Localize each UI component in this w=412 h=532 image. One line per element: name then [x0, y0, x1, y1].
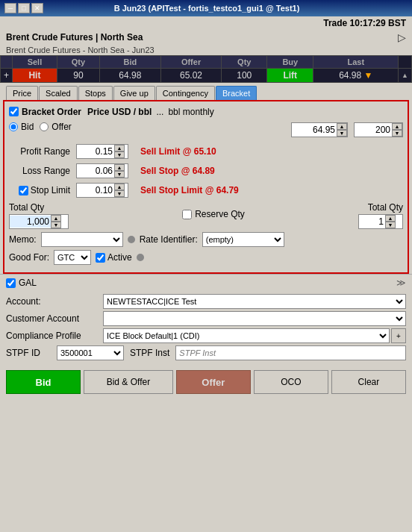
rate-circle	[128, 236, 135, 243]
price-spin-down[interactable]: ▼	[337, 130, 347, 137]
tab-scaled[interactable]: Scaled	[39, 86, 78, 100]
gal-check-label: GAL	[6, 278, 37, 288]
col-sell-header: Sell	[13, 56, 57, 69]
tabs-area: Price Scaled Stops Give up Contingency B…	[0, 83, 412, 100]
stpf-inst-input[interactable]	[175, 345, 406, 360]
memo-row: Memo: Rate Identifier: (empty)	[9, 232, 403, 247]
title-bar: ─ □ ✕ B Jun23 (APITest - fortis_testco1_…	[0, 0, 412, 16]
account-label: Account:	[6, 296, 103, 307]
buy-cell[interactable]: Lift	[267, 69, 313, 83]
compliance-label: Compliance Profile	[6, 331, 103, 341]
bid-offer-radio-group: Bid Offer	[9, 122, 72, 132]
account-row: Account: NEWTESTACC|ICE Test	[6, 294, 406, 309]
stpf-inst-label: STPF Inst	[130, 348, 169, 358]
offer-radio[interactable]	[40, 122, 49, 131]
profit-spin-up[interactable]: ▲	[114, 145, 125, 151]
offer-radio-label: Offer	[40, 122, 71, 132]
stop-limit-checkbox[interactable]	[19, 186, 28, 195]
loss-spin-down[interactable]: ▼	[114, 171, 125, 178]
active-check-label: Active	[96, 252, 132, 263]
total-qty-right-input[interactable]: 1	[359, 216, 385, 228]
instrument-short: Brent Crude Futures | North Sea	[6, 32, 143, 43]
total-qty-spin: 1,000 ▲ ▼	[9, 214, 69, 229]
profit-spin-down[interactable]: ▼	[114, 151, 125, 158]
profit-input[interactable]: 0.15	[77, 145, 114, 157]
price-spin-up[interactable]: ▲	[337, 123, 347, 130]
compliance-select[interactable]: ICE Block Default|1 (CDI)	[103, 328, 390, 343]
market-table: Sell Qty Bid Offer Qty Buy Last + Hit 90…	[0, 55, 412, 83]
col-add-header	[1, 56, 13, 69]
bracket-panel: Bracket Order Price USD / bbl ... bbl mo…	[3, 100, 409, 274]
qty-buy-cell: 100	[222, 69, 267, 83]
loss-spin-btns: ▲ ▼	[114, 164, 125, 178]
sell-cell[interactable]: Hit	[13, 69, 57, 83]
price-spin-btns: ▲ ▼	[337, 123, 347, 137]
oco-button[interactable]: OCO	[254, 370, 328, 394]
bracket-top-row: Bracket Order Price USD / bbl ... bbl mo…	[9, 106, 403, 117]
stpf-id-select[interactable]: 3500001	[57, 345, 124, 360]
stop-limit-spin-btns: ▲ ▼	[114, 184, 125, 197]
stop-limit-spin-down[interactable]: ▼	[114, 190, 125, 197]
monthly-spin-up[interactable]: ▲	[392, 123, 402, 130]
collapse-icon[interactable]: ≫	[396, 278, 406, 288]
tab-bracket[interactable]: Bracket	[216, 86, 257, 100]
tab-price[interactable]: Price	[6, 86, 38, 100]
gal-section: GAL ≫	[0, 274, 412, 291]
bid-button[interactable]: Bid	[6, 370, 81, 394]
profit-range-row: Profit Range 0.15 ▲ ▼ Sell Limit @ 65.10	[9, 144, 403, 159]
price-currency-label: Price USD / bbl	[87, 106, 152, 117]
account-select[interactable]: NEWTESTACC|ICE Test	[103, 294, 406, 309]
price-input[interactable]: 64.95	[292, 124, 337, 136]
good-for-select[interactable]: GTC	[54, 250, 91, 265]
tab-giveup[interactable]: Give up	[113, 86, 155, 100]
gal-checkbox[interactable]	[6, 278, 16, 288]
account-section: Account: NEWTESTACC|ICE Test Customer Ac…	[0, 291, 412, 366]
total-qty-right-spin-down[interactable]: ▼	[385, 222, 396, 228]
bracket-order-checkbox-label: Bracket Order	[9, 107, 81, 117]
total-qty-spin-btns: ▲ ▼	[51, 215, 61, 228]
reserve-qty-label: Reserve Qty	[195, 209, 245, 219]
close-button[interactable]: ✕	[31, 3, 43, 13]
tab-contingency[interactable]: Contingency	[156, 86, 215, 100]
expand-icon[interactable]: ▷	[398, 31, 406, 43]
profit-spin-btns: ▲ ▼	[114, 145, 125, 158]
loss-range-row: Loss Range 0.06 ▲ ▼ Sell Stop @ 64.89	[9, 163, 403, 178]
monthly-spin-down[interactable]: ▼	[392, 130, 402, 137]
col-qty-sell-header: Qty	[57, 56, 99, 69]
offer-cell: 65.02	[160, 69, 222, 83]
add-cell[interactable]: +	[1, 69, 13, 83]
scroll-up-cell[interactable]: ▲	[399, 69, 412, 83]
table-row: + Hit 90 64.98 65.02 100 Lift 64.98 ▼ ▲	[1, 69, 412, 83]
total-qty-spin-down[interactable]: ▼	[51, 222, 61, 228]
loss-spin-up[interactable]: ▲	[114, 164, 125, 171]
bid-radio-label: Bid	[9, 122, 34, 132]
rate-identifier-select[interactable]: (empty)	[202, 232, 284, 247]
bracket-order-checkbox[interactable]	[9, 107, 19, 116]
compliance-edit-button[interactable]: +	[391, 328, 406, 343]
memo-select[interactable]	[41, 232, 123, 247]
stop-limit-spin-up[interactable]: ▲	[114, 184, 125, 190]
profit-spin-input: 0.15 ▲ ▼	[76, 144, 128, 159]
customer-account-select[interactable]	[103, 311, 406, 326]
total-qty-input[interactable]: 1,000	[10, 216, 51, 228]
restore-button[interactable]: □	[18, 3, 30, 13]
tab-stops[interactable]: Stops	[78, 86, 113, 100]
instrument-area: Brent Crude Futures | North Sea ▷	[0, 30, 412, 45]
clear-button[interactable]: Clear	[331, 370, 406, 394]
bid-offer-button[interactable]: Bid & Offer	[84, 370, 173, 394]
total-qty-right-spin-up[interactable]: ▲	[385, 215, 396, 222]
stop-limit-calc: Sell Stop Limit @ 64.79	[140, 185, 239, 195]
dots: ...	[156, 107, 163, 117]
total-qty-spin-up[interactable]: ▲	[51, 215, 61, 222]
offer-button[interactable]: Offer	[176, 370, 251, 394]
bid-radio[interactable]	[9, 122, 18, 131]
reserve-qty-checkbox[interactable]	[182, 210, 192, 219]
monthly-input[interactable]: 200	[355, 124, 392, 136]
active-checkbox[interactable]	[96, 253, 105, 263]
loss-calc: Sell Stop @ 64.89	[140, 166, 215, 176]
bbl-monthly-label: bbl monthly	[168, 107, 213, 117]
stop-limit-input[interactable]: 0.10	[77, 184, 114, 196]
loss-input[interactable]: 0.06	[77, 165, 114, 177]
memo-label: Memo:	[9, 234, 37, 245]
minimize-button[interactable]: ─	[4, 3, 16, 13]
